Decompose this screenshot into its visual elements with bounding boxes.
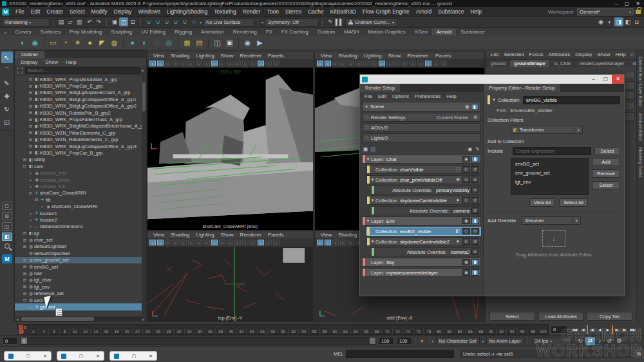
undo-icon[interactable]: ↶ <box>85 17 94 26</box>
timeline-tick[interactable]: 6 <box>48 329 59 334</box>
menu-item[interactable]: Show <box>42 59 61 65</box>
safe-title-icon[interactable]: ▪ <box>410 61 416 66</box>
outliner-item[interactable]: ⊟✛tilt <box>15 196 146 203</box>
film-gate-icon[interactable]: ▪ <box>204 240 210 245</box>
shelf-tab[interactable]: Rendering <box>229 28 261 35</box>
menu-item[interactable]: Renderer <box>237 53 265 59</box>
menu-item[interactable]: Help <box>467 8 484 15</box>
gear-icon[interactable]: ⚙ <box>384 125 391 131</box>
isolate-icon[interactable]: ⊘ <box>471 166 479 173</box>
menu-item[interactable]: Substance <box>435 8 467 15</box>
2d-pan-zoom-icon[interactable]: ▪ <box>173 61 179 66</box>
live-surface-field[interactable]: No Live Surface <box>203 18 254 26</box>
render-setup-tab[interactable]: Render Setup <box>360 84 400 92</box>
outliner-item[interactable]: ⊞◧KB3D_WZN_RebarElements_C_grp <box>15 137 146 143</box>
select-tool-icon[interactable]: ↖ <box>1 52 13 63</box>
menu-item[interactable]: Renderer <box>237 232 265 238</box>
timeline-tick[interactable]: 98 <box>527 329 538 334</box>
create-layer-icon[interactable]: ▣ <box>363 146 368 152</box>
scene-section[interactable]: ▼ Scene ◉ ▮ <box>362 102 481 111</box>
shaded-icon[interactable]: ▪ <box>258 61 264 66</box>
visibility-icon[interactable]: ◉ <box>462 269 470 276</box>
lights-icon[interactable]: ▪ <box>273 61 279 66</box>
timeline-tick[interactable]: 52 <box>288 329 298 334</box>
outliner-item[interactable]: •↔distanceDimension1 <box>15 224 146 230</box>
expander-icon[interactable]: ⊞ <box>28 144 33 149</box>
expander-icon[interactable]: ⊞ <box>22 231 28 236</box>
outliner-item[interactable]: ⊞◧KB3D_WRK_BldgLgAirplaneCrash_A_grp <box>15 90 146 96</box>
menu-item[interactable]: Render <box>240 8 264 15</box>
menu-item[interactable]: Display <box>573 52 594 57</box>
scale-tool-icon[interactable]: ◱ <box>1 116 13 128</box>
menu-item[interactable]: Lighting <box>193 232 218 238</box>
menu-item[interactable]: Lighting/Shading <box>164 8 211 15</box>
render-setup-section[interactable]: ≡≡Render SettingsCurrent Frame⚙ <box>362 113 481 122</box>
renderable-icon[interactable]: ▮ <box>471 269 479 276</box>
menu-item[interactable]: Windows <box>135 8 163 15</box>
menu-item[interactable]: Panels <box>265 232 287 238</box>
menu-item[interactable]: File <box>12 8 28 15</box>
timeline-tick[interactable]: 80 <box>433 329 444 334</box>
outliner-item[interactable]: •◆ground <box>15 303 146 310</box>
list-item[interactable]: envBG_set <box>511 160 588 169</box>
close-icon[interactable]: ✕ <box>636 1 640 6</box>
timeline-tick[interactable]: 74 <box>402 329 413 334</box>
enable-icon[interactable]: ⊙ <box>462 197 470 204</box>
menu-item[interactable]: KitBash3D <box>327 8 359 15</box>
step-forward-frame-icon[interactable]: ▶| <box>620 325 629 334</box>
timeline-tick[interactable]: 64 <box>350 329 361 334</box>
shelf-tab[interactable]: Motion Graphics <box>363 28 410 35</box>
viewport-top[interactable]: ViewShadingLightingShowRendererPanels ▪▪… <box>147 231 314 322</box>
shaded-sphere-icon[interactable]: ● <box>126 37 138 49</box>
textured-icon[interactable]: ▪ <box>265 61 272 66</box>
layer-row[interactable]: ▼Layer:Env◉▮ <box>362 216 481 225</box>
menu-item[interactable]: View <box>317 232 335 238</box>
restore-icon[interactable]: ▢ <box>26 354 31 359</box>
image-plane-icon[interactable]: ▪ <box>165 240 171 245</box>
timeline-tick[interactable]: 96 <box>517 329 527 334</box>
layer-row[interactable]: Layer:myawesomerenderlayer◉▮ <box>362 268 481 277</box>
textured-icon[interactable]: ▪ <box>433 61 439 66</box>
channelbox-toggle-icon[interactable]: ◘ <box>632 17 641 26</box>
timeline-tick[interactable]: 46 <box>257 329 267 334</box>
ambient-light-icon[interactable]: ◔ <box>59 37 71 49</box>
outliner-item[interactable]: ⊞◍defaultLightSet <box>15 243 146 250</box>
shelf-tab[interactable]: XGen <box>410 28 432 35</box>
timeline-tick[interactable]: 30 <box>173 329 184 334</box>
outliner-item[interactable]: ⊞◍char_set <box>15 236 146 243</box>
bookmark-icon[interactable]: ▪ <box>157 61 164 66</box>
visibility-icon[interactable]: ◉ <box>462 218 470 224</box>
range-handle-end[interactable] <box>370 338 375 344</box>
minimized-window-2[interactable]: ▢✕ <box>57 351 104 361</box>
restore-icon[interactable]: ▢ <box>79 354 84 359</box>
layer-row[interactable]: ▼Layer:Char◉▮ <box>362 155 481 164</box>
shaded-icon[interactable]: ▪ <box>258 240 264 245</box>
viewport-persp[interactable]: ViewShadingLightingShowRendererPanels ▪▪… <box>147 52 314 231</box>
expander-icon[interactable]: ⊞ <box>28 90 33 95</box>
pin-icon[interactable]: ⊙ <box>630 52 634 57</box>
arnold-ipr-icon[interactable]: ▶ <box>254 37 266 49</box>
timeline-tick[interactable]: 38 <box>215 329 225 334</box>
outliner-item[interactable]: ⊞◧KB3D_WRK_PropsBrickWall_A_grp <box>15 76 146 82</box>
gate-mask-icon[interactable]: ▪ <box>219 240 225 245</box>
timeline-tick[interactable]: 8 <box>59 329 70 334</box>
visibility-icon[interactable]: ◉ <box>462 156 470 162</box>
snap-plane-icon[interactable]: ∪ <box>171 17 180 26</box>
safe-action-icon[interactable]: ▪ <box>234 61 241 66</box>
timeline-tick[interactable]: 92 <box>496 329 506 334</box>
timeline-tick[interactable]: 22 <box>132 329 142 334</box>
expander-icon[interactable]: ⊟ <box>22 164 28 169</box>
attribute-tab[interactable]: rs_Char <box>550 60 575 67</box>
mel-label[interactable]: MEL <box>334 351 343 357</box>
image-plane-icon[interactable]: ▪ <box>332 240 339 245</box>
menu-item[interactable]: Arnold <box>413 8 435 15</box>
view-all-button[interactable]: View All <box>529 198 555 207</box>
outliner-item[interactable]: ⊞◍lgt_env <box>15 283 146 290</box>
close-icon[interactable]: ✕ <box>43 354 47 359</box>
camera-attrs-icon[interactable]: ▪ <box>149 61 156 66</box>
go-to-start-icon[interactable]: |◀◀ <box>570 325 578 334</box>
chevron-down-icon[interactable]: ▼ <box>365 219 371 223</box>
minimized-window-3[interactable]: ▢✕ <box>109 351 157 361</box>
two-pane-layout-icon[interactable]: ◫ <box>2 222 12 231</box>
menu-item[interactable]: Cache <box>305 8 327 15</box>
